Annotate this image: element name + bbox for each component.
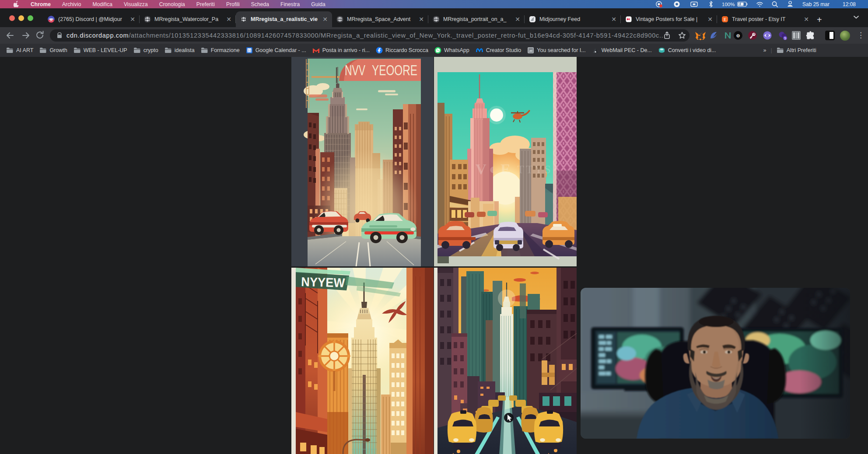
svg-text:NYYEW: NYYEW [301,275,345,290]
svg-text:Sab 25 mar: Sab 25 mar [802,1,830,7]
svg-text:V◐E: V◐E [476,161,513,177]
svg-text:12:08: 12:08 [843,1,856,7]
svg-text:31: 31 [247,49,251,52]
svg-text:5: 5 [784,36,786,40]
svg-text:⊝: ⊝ [736,33,740,38]
svg-text:E: E [724,17,727,22]
svg-text:2%: 2% [50,20,53,22]
svg-text:NVV: NVV [345,62,365,78]
svg-text:100%: 100% [722,2,735,7]
svg-text:YEOORE: YEOORE [372,62,417,78]
svg-text:TTYS: TTYS [517,163,553,176]
